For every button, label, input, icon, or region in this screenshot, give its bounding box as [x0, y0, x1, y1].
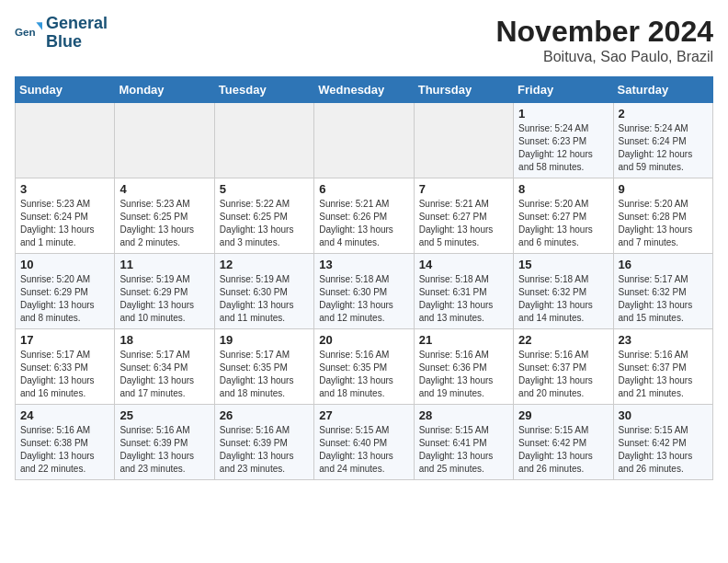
weekday-header: Monday	[115, 77, 214, 103]
day-info: Sunrise: 5:23 AM Sunset: 6:24 PM Dayligh…	[20, 198, 109, 249]
day-info: Sunrise: 5:15 AM Sunset: 6:42 PM Dayligh…	[619, 424, 708, 476]
day-info: Sunrise: 5:21 AM Sunset: 6:27 PM Dayligh…	[419, 198, 508, 249]
calendar-cell	[16, 103, 115, 178]
logo: Gen General Blue	[15, 15, 108, 52]
day-number: 30	[619, 408, 708, 422]
day-number: 2	[619, 107, 708, 121]
calendar-cell: 6Sunrise: 5:21 AM Sunset: 6:26 PM Daylig…	[314, 178, 414, 254]
calendar-cell: 13Sunrise: 5:18 AM Sunset: 6:30 PM Dayli…	[314, 254, 414, 329]
calendar-cell: 29Sunrise: 5:15 AM Sunset: 6:42 PM Dayli…	[514, 405, 613, 480]
day-info: Sunrise: 5:15 AM Sunset: 6:40 PM Dayligh…	[319, 424, 408, 476]
day-number: 6	[319, 182, 408, 196]
day-info: Sunrise: 5:24 AM Sunset: 6:23 PM Dayligh…	[518, 122, 608, 174]
day-number: 16	[619, 258, 708, 271]
calendar-cell: 15Sunrise: 5:18 AM Sunset: 6:32 PM Dayli…	[514, 254, 613, 329]
day-info: Sunrise: 5:16 AM Sunset: 6:38 PM Dayligh…	[20, 424, 109, 476]
calendar-cell: 3Sunrise: 5:23 AM Sunset: 6:24 PM Daylig…	[16, 178, 115, 254]
logo-line1: General	[46, 15, 108, 33]
logo-line2: Blue	[46, 33, 108, 52]
svg-marker-1	[36, 22, 42, 29]
day-number: 1	[518, 107, 608, 121]
day-number: 7	[419, 182, 508, 196]
day-number: 19	[220, 333, 309, 347]
day-info: Sunrise: 5:16 AM Sunset: 6:39 PM Dayligh…	[220, 424, 309, 476]
day-info: Sunrise: 5:17 AM Sunset: 6:32 PM Dayligh…	[619, 273, 708, 325]
calendar-cell: 28Sunrise: 5:15 AM Sunset: 6:41 PM Dayli…	[414, 405, 513, 480]
day-info: Sunrise: 5:21 AM Sunset: 6:26 PM Dayligh…	[319, 198, 408, 249]
day-number: 4	[119, 182, 209, 196]
day-info: Sunrise: 5:22 AM Sunset: 6:25 PM Dayligh…	[220, 198, 309, 249]
day-number: 21	[419, 333, 508, 347]
calendar-cell: 25Sunrise: 5:16 AM Sunset: 6:39 PM Dayli…	[115, 405, 214, 480]
calendar-cell: 1Sunrise: 5:24 AM Sunset: 6:23 PM Daylig…	[514, 103, 613, 178]
day-number: 22	[518, 333, 608, 347]
day-info: Sunrise: 5:23 AM Sunset: 6:25 PM Dayligh…	[119, 198, 209, 249]
day-info: Sunrise: 5:17 AM Sunset: 6:35 PM Dayligh…	[220, 349, 309, 400]
calendar-cell: 2Sunrise: 5:24 AM Sunset: 6:24 PM Daylig…	[613, 103, 712, 178]
calendar-cell: 20Sunrise: 5:16 AM Sunset: 6:35 PM Dayli…	[314, 329, 414, 405]
day-number: 14	[419, 258, 508, 271]
day-info: Sunrise: 5:17 AM Sunset: 6:33 PM Dayligh…	[20, 349, 109, 400]
calendar-cell: 9Sunrise: 5:20 AM Sunset: 6:28 PM Daylig…	[613, 178, 712, 254]
logo-icon: Gen	[15, 19, 42, 47]
weekday-header: Saturday	[613, 77, 712, 103]
day-number: 24	[20, 408, 109, 422]
calendar-cell: 24Sunrise: 5:16 AM Sunset: 6:38 PM Dayli…	[16, 405, 115, 480]
header: Gen General Blue November 2024 Boituva, …	[15, 15, 713, 65]
day-number: 12	[220, 258, 309, 271]
calendar-cell: 30Sunrise: 5:15 AM Sunset: 6:42 PM Dayli…	[613, 405, 712, 480]
calendar-cell	[214, 103, 313, 178]
day-info: Sunrise: 5:20 AM Sunset: 6:27 PM Dayligh…	[518, 198, 608, 249]
day-info: Sunrise: 5:20 AM Sunset: 6:29 PM Dayligh…	[20, 273, 109, 325]
day-info: Sunrise: 5:16 AM Sunset: 6:39 PM Dayligh…	[119, 424, 209, 476]
day-number: 27	[319, 408, 408, 422]
calendar-cell: 7Sunrise: 5:21 AM Sunset: 6:27 PM Daylig…	[414, 178, 513, 254]
day-number: 23	[619, 333, 708, 347]
day-number: 10	[20, 258, 109, 271]
calendar-table: SundayMondayTuesdayWednesdayThursdayFrid…	[15, 76, 713, 480]
calendar-cell: 18Sunrise: 5:17 AM Sunset: 6:34 PM Dayli…	[115, 329, 214, 405]
calendar-cell: 26Sunrise: 5:16 AM Sunset: 6:39 PM Dayli…	[214, 405, 313, 480]
day-info: Sunrise: 5:16 AM Sunset: 6:37 PM Dayligh…	[619, 349, 708, 400]
calendar-cell: 11Sunrise: 5:19 AM Sunset: 6:29 PM Dayli…	[115, 254, 214, 329]
calendar-cell: 16Sunrise: 5:17 AM Sunset: 6:32 PM Dayli…	[613, 254, 712, 329]
day-info: Sunrise: 5:24 AM Sunset: 6:24 PM Dayligh…	[619, 122, 708, 174]
calendar-cell: 8Sunrise: 5:20 AM Sunset: 6:27 PM Daylig…	[514, 178, 613, 254]
weekday-header: Tuesday	[214, 77, 313, 103]
calendar-cell: 17Sunrise: 5:17 AM Sunset: 6:33 PM Dayli…	[16, 329, 115, 405]
calendar-cell: 23Sunrise: 5:16 AM Sunset: 6:37 PM Dayli…	[613, 329, 712, 405]
day-number: 17	[20, 333, 109, 347]
day-info: Sunrise: 5:16 AM Sunset: 6:35 PM Dayligh…	[319, 349, 408, 400]
title-area: November 2024 Boituva, Sao Paulo, Brazil	[495, 15, 713, 65]
day-number: 29	[518, 408, 608, 422]
day-number: 15	[518, 258, 608, 271]
day-number: 28	[419, 408, 508, 422]
svg-text:Gen: Gen	[15, 26, 36, 38]
weekday-header: Thursday	[414, 77, 513, 103]
location-title: Boituva, Sao Paulo, Brazil	[495, 49, 713, 65]
weekday-header: Wednesday	[314, 77, 414, 103]
day-number: 26	[220, 408, 309, 422]
calendar-cell: 14Sunrise: 5:18 AM Sunset: 6:31 PM Dayli…	[414, 254, 513, 329]
day-number: 11	[119, 258, 209, 271]
day-number: 9	[619, 182, 708, 196]
day-number: 5	[220, 182, 309, 196]
day-number: 25	[119, 408, 209, 422]
day-info: Sunrise: 5:18 AM Sunset: 6:30 PM Dayligh…	[319, 273, 408, 325]
day-info: Sunrise: 5:16 AM Sunset: 6:36 PM Dayligh…	[419, 349, 508, 400]
calendar-cell: 12Sunrise: 5:19 AM Sunset: 6:30 PM Dayli…	[214, 254, 313, 329]
day-info: Sunrise: 5:17 AM Sunset: 6:34 PM Dayligh…	[119, 349, 209, 400]
day-info: Sunrise: 5:16 AM Sunset: 6:37 PM Dayligh…	[518, 349, 608, 400]
weekday-header: Sunday	[16, 77, 115, 103]
day-info: Sunrise: 5:20 AM Sunset: 6:28 PM Dayligh…	[619, 198, 708, 249]
calendar-cell	[314, 103, 414, 178]
calendar-cell: 22Sunrise: 5:16 AM Sunset: 6:37 PM Dayli…	[514, 329, 613, 405]
day-info: Sunrise: 5:19 AM Sunset: 6:30 PM Dayligh…	[220, 273, 309, 325]
day-info: Sunrise: 5:15 AM Sunset: 6:42 PM Dayligh…	[518, 424, 608, 476]
day-number: 8	[518, 182, 608, 196]
day-number: 18	[119, 333, 209, 347]
day-number: 13	[319, 258, 408, 271]
calendar-cell	[115, 103, 214, 178]
calendar-cell: 27Sunrise: 5:15 AM Sunset: 6:40 PM Dayli…	[314, 405, 414, 480]
day-info: Sunrise: 5:18 AM Sunset: 6:31 PM Dayligh…	[419, 273, 508, 325]
